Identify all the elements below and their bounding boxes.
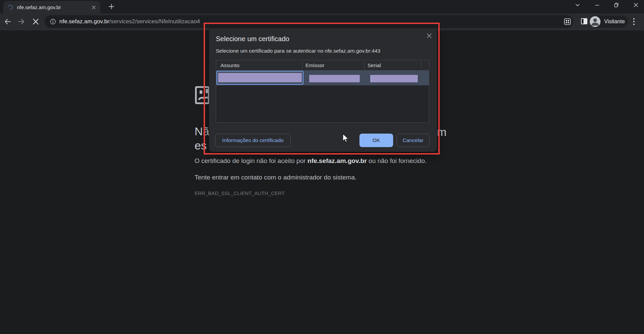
new-tab-button[interactable] bbox=[109, 4, 114, 9]
dialog-subtitle: Selecione um certificado para se autenti… bbox=[216, 48, 380, 54]
error-description-suffix: ou não foi fornecido. bbox=[367, 157, 427, 164]
page-info-icon[interactable] bbox=[50, 19, 56, 25]
browser-toolbar: nfe.sefaz.am.gov.br/services2/services/N… bbox=[0, 13, 644, 30]
error-heading-fragment-line2: es bbox=[195, 139, 207, 152]
window-minimize-button[interactable] bbox=[594, 2, 600, 8]
browser-window: nfe.sefaz.am.gov.br bbox=[0, 0, 644, 334]
error-description: O certificado de login não foi aceito po… bbox=[195, 157, 427, 165]
redacted-subject-value bbox=[218, 73, 302, 82]
apps-grid-icon[interactable] bbox=[564, 18, 571, 25]
url-path: /services2/services/NfeInutilizacao4 bbox=[109, 18, 200, 25]
cancel-button[interactable]: Cancelar bbox=[397, 134, 430, 147]
error-code: ERR_BAD_SSL_CLIENT_AUTH_CERT bbox=[195, 190, 285, 196]
certificate-cell-focused[interactable] bbox=[216, 71, 303, 85]
loading-spinner-icon bbox=[7, 4, 14, 11]
table-header: Assunto Emissor Serial bbox=[216, 60, 429, 71]
tab-close-icon[interactable] bbox=[91, 5, 96, 10]
address-bar[interactable]: nfe.sefaz.am.gov.br/services2/services/N… bbox=[45, 15, 573, 28]
forward-button[interactable] bbox=[18, 18, 25, 25]
window-close-button[interactable] bbox=[633, 2, 639, 8]
menu-kebab-icon[interactable] bbox=[631, 18, 637, 26]
error-description-domain: nfe.sefaz.am.gov.br bbox=[308, 157, 367, 164]
window-restore-button[interactable] bbox=[614, 2, 619, 8]
broken-page-icon bbox=[195, 86, 210, 104]
redacted-serial-value bbox=[370, 75, 418, 82]
column-header-assunto[interactable]: Assunto bbox=[221, 60, 239, 71]
error-description-text: O certificado de login não foi aceito po… bbox=[195, 157, 308, 164]
error-heading-fragment-end: m bbox=[437, 126, 447, 139]
profile-button[interactable]: Visitante bbox=[589, 16, 628, 28]
column-divider bbox=[302, 62, 302, 69]
certificate-row-selected[interactable] bbox=[216, 71, 429, 85]
window-menu-chevron-icon[interactable] bbox=[575, 2, 580, 8]
certificate-dialog: Selecione um certificado Selecione um ce… bbox=[209, 28, 437, 152]
redacted-issuer-value bbox=[309, 75, 360, 82]
tab-strip: nfe.sefaz.am.gov.br bbox=[0, 0, 644, 13]
profile-name: Visitante bbox=[604, 16, 625, 28]
column-header-emissor[interactable]: Emissor bbox=[305, 60, 324, 71]
certificate-info-button[interactable]: Informações do certificado bbox=[215, 134, 291, 147]
tab-title: nfe.sefaz.am.gov.br bbox=[17, 1, 61, 13]
column-header-serial[interactable]: Serial bbox=[368, 60, 381, 71]
column-divider bbox=[364, 62, 364, 69]
back-button[interactable] bbox=[4, 18, 11, 25]
dialog-close-icon[interactable] bbox=[426, 32, 433, 39]
certificate-table: Assunto Emissor Serial bbox=[216, 60, 429, 123]
browser-tab[interactable]: nfe.sefaz.am.gov.br bbox=[3, 1, 100, 13]
url-text: nfe.sefaz.am.gov.br/services2/services/N… bbox=[59, 15, 200, 28]
side-panel-icon[interactable] bbox=[581, 18, 588, 25]
stop-loading-button[interactable] bbox=[32, 18, 39, 25]
mouse-cursor bbox=[341, 133, 349, 143]
avatar bbox=[590, 16, 601, 27]
url-domain: nfe.sefaz.am.gov.br bbox=[59, 18, 109, 25]
error-heading-fragment: Nã bbox=[195, 125, 209, 138]
column-divider bbox=[421, 62, 421, 69]
ok-button[interactable]: OK bbox=[359, 134, 393, 147]
error-advice: Tente entrar em contato com o administra… bbox=[195, 174, 357, 181]
dialog-title: Selecione um certificado bbox=[216, 35, 289, 43]
